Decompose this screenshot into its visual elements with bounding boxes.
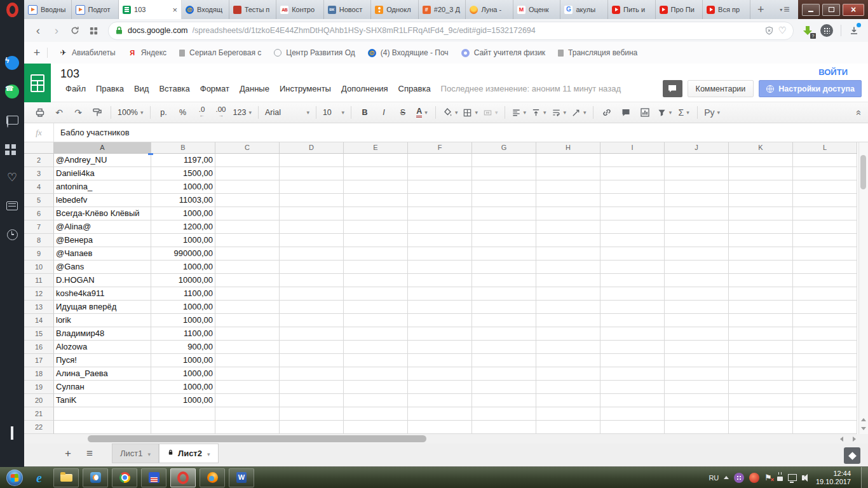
add-sheet-button[interactable]: + <box>57 444 79 464</box>
cell[interactable] <box>408 327 472 341</box>
sidebar-icon[interactable] <box>4 227 20 242</box>
horizontal-align-button[interactable] <box>509 105 529 120</box>
cell[interactable] <box>408 154 472 167</box>
row-header[interactable]: 17 <box>24 354 54 367</box>
cell[interactable] <box>280 314 344 327</box>
cell[interactable] <box>536 381 600 394</box>
cell[interactable] <box>280 220 344 234</box>
cell[interactable] <box>600 327 665 341</box>
taskbar-clock[interactable]: 12:44 19.10.2017 <box>813 470 856 486</box>
cell[interactable] <box>215 220 280 234</box>
cell[interactable] <box>729 154 793 167</box>
menu-item[interactable]: Файл <box>60 82 91 95</box>
column-header[interactable]: F <box>408 142 472 154</box>
cell[interactable] <box>280 407 344 421</box>
cell[interactable] <box>536 314 600 327</box>
cell[interactable] <box>280 180 344 194</box>
browser-tab[interactable]: Входящ <box>182 0 229 19</box>
row-header[interactable]: 18 <box>24 367 54 381</box>
cell[interactable]: 1000,00 <box>151 301 215 314</box>
cell[interactable] <box>665 207 729 220</box>
cell[interactable] <box>536 220 600 234</box>
cell[interactable] <box>408 394 472 407</box>
cell[interactable] <box>408 287 472 301</box>
cell[interactable] <box>793 274 857 287</box>
cell[interactable] <box>344 421 408 434</box>
cell[interactable]: 1100,00 <box>151 327 215 341</box>
menu-item[interactable]: Дополнения <box>336 82 393 95</box>
network-icon[interactable] <box>788 474 797 481</box>
cell[interactable] <box>215 274 280 287</box>
cell[interactable] <box>600 234 665 247</box>
collapse-toolbar-icon[interactable] <box>853 110 864 115</box>
insert-chart-button[interactable] <box>635 105 654 120</box>
row-header[interactable]: 5 <box>24 194 54 207</box>
cell[interactable] <box>215 167 280 180</box>
cell[interactable] <box>665 167 729 180</box>
bookmark-item[interactable]: Сайт учителя физик <box>455 48 552 57</box>
cell[interactable] <box>408 341 472 354</box>
row-header[interactable]: 14 <box>24 314 54 327</box>
cell[interactable] <box>600 354 665 367</box>
cell[interactable] <box>793 154 857 167</box>
cell[interactable] <box>408 407 472 421</box>
cell[interactable] <box>280 354 344 367</box>
column-header[interactable]: K <box>729 142 793 154</box>
horizontal-scrollbar-thumb[interactable] <box>88 435 426 442</box>
bold-button[interactable]: B <box>355 105 374 120</box>
cell[interactable] <box>729 367 793 381</box>
cell[interactable]: 1000,00 <box>151 381 215 394</box>
cell[interactable]: 10000,00 <box>151 274 215 287</box>
cell[interactable] <box>536 301 600 314</box>
cell[interactable]: 1000,00 <box>151 234 215 247</box>
cell[interactable] <box>54 421 151 434</box>
cell[interactable]: 1000,00 <box>151 354 215 367</box>
cell[interactable] <box>729 180 793 194</box>
cell[interactable] <box>215 261 280 274</box>
browser-tab[interactable]: Подгот <box>72 0 119 19</box>
cell[interactable]: 1000,00 <box>151 207 215 220</box>
cell[interactable]: 1000,00 <box>151 180 215 194</box>
italic-button[interactable]: I <box>374 105 393 120</box>
cell[interactable] <box>344 314 408 327</box>
column-header[interactable]: A <box>54 142 151 154</box>
sidebar-icon[interactable] <box>4 170 20 185</box>
row-header[interactable]: 9 <box>24 247 54 261</box>
cell[interactable] <box>793 327 857 341</box>
cell[interactable] <box>280 154 344 167</box>
cell[interactable] <box>280 167 344 180</box>
text-color-button[interactable]: A <box>412 105 431 120</box>
row-header[interactable]: 8 <box>24 234 54 247</box>
cell[interactable] <box>408 381 472 394</box>
paint-format-icon[interactable] <box>88 105 107 120</box>
cell[interactable] <box>665 407 729 421</box>
cell[interactable] <box>472 247 536 261</box>
column-header[interactable]: I <box>600 142 665 154</box>
cell[interactable] <box>215 367 280 381</box>
cell[interactable] <box>536 154 600 167</box>
cell[interactable] <box>344 301 408 314</box>
menu-item[interactable]: Вид <box>129 82 154 95</box>
cell[interactable] <box>665 314 729 327</box>
cell[interactable] <box>729 341 793 354</box>
cell[interactable] <box>344 220 408 234</box>
cell[interactable] <box>793 394 857 407</box>
cell[interactable]: TaniK <box>54 394 151 407</box>
column-header[interactable]: E <box>344 142 408 154</box>
cell[interactable] <box>729 274 793 287</box>
cell[interactable] <box>729 407 793 421</box>
row-header[interactable]: 22 <box>24 421 54 434</box>
text-rotation-button[interactable] <box>569 105 589 120</box>
cell[interactable] <box>215 314 280 327</box>
cell[interactable] <box>536 274 600 287</box>
cell[interactable] <box>600 341 665 354</box>
bookmark-item[interactable]: Трансляция вебина <box>552 48 644 57</box>
cell[interactable]: Alozowa <box>54 341 151 354</box>
sheet-tab[interactable]: Лист2 <box>159 444 218 463</box>
cell[interactable]: Danieli4ka <box>54 167 151 180</box>
sidebar-icon[interactable] <box>4 84 20 99</box>
cell[interactable] <box>215 421 280 434</box>
cell[interactable] <box>729 234 793 247</box>
cell[interactable] <box>793 194 857 207</box>
reload-icon[interactable] <box>66 22 84 39</box>
